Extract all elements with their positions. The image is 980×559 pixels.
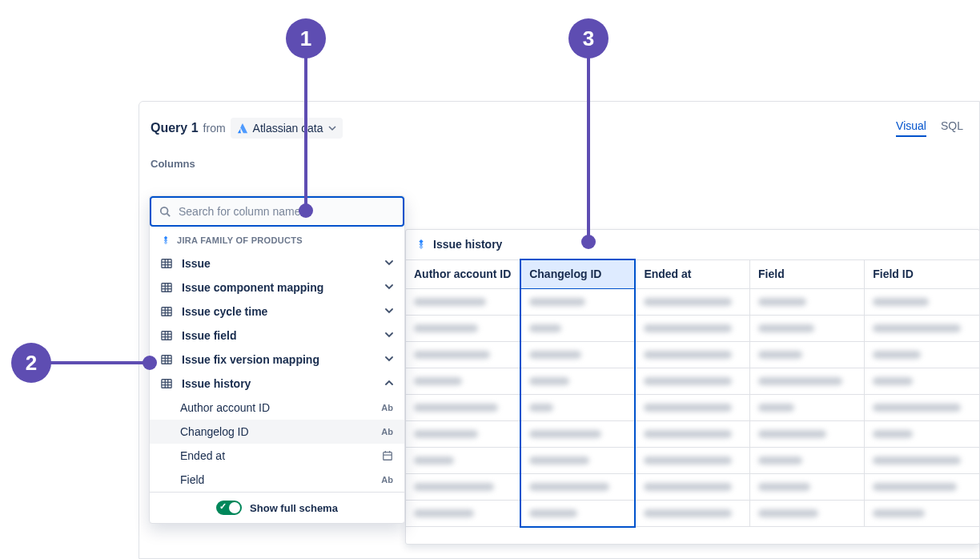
table-cell (635, 368, 749, 394)
table-cell (635, 288, 749, 315)
chevron-down-icon (385, 330, 393, 341)
preview-title-bar: Issue history (406, 230, 979, 259)
table-label: Issue cycle time (182, 305, 385, 318)
annotation-dot-2 (143, 356, 157, 370)
columns-section-label: Columns (139, 147, 979, 176)
table-cell (406, 288, 520, 315)
type-badge: Ab (381, 475, 393, 485)
table-label: Issue component mapping (182, 281, 385, 294)
table-cell (635, 315, 749, 341)
column-header[interactable]: Author account ID (406, 259, 520, 288)
table-item[interactable]: Issue (150, 251, 404, 275)
search-input[interactable] (177, 204, 395, 219)
show-schema-toggle[interactable]: ✓ (216, 501, 242, 515)
table-cell (520, 500, 635, 527)
column-label: Author account ID (180, 401, 381, 414)
annotation-line-2 (50, 361, 146, 364)
column-header[interactable]: Field (750, 259, 865, 288)
tab-sql[interactable]: SQL (941, 119, 963, 137)
table-row (406, 315, 979, 341)
chevron-down-icon (385, 282, 393, 293)
table-cell (406, 341, 520, 368)
calendar-icon (382, 450, 393, 461)
table-cell (520, 447, 635, 473)
table-cell (406, 315, 520, 341)
column-item[interactable]: FieldAb (150, 468, 404, 492)
table-cell (750, 447, 865, 473)
search-box[interactable] (150, 196, 404, 227)
tab-visual[interactable]: Visual (896, 119, 926, 137)
data-source-selector[interactable]: Atlassian data (231, 118, 343, 139)
table-cell (750, 500, 865, 527)
table-label: Issue history (182, 377, 385, 390)
preview-title-label: Issue history (433, 238, 502, 251)
table-cell (520, 288, 635, 315)
svg-rect-22 (162, 356, 171, 364)
table-item[interactable]: Issue field (150, 324, 404, 348)
svg-rect-12 (162, 308, 171, 316)
preview-panel: Issue history Author account IDChangelog… (405, 229, 980, 545)
table-icon (161, 258, 174, 269)
table-cell (750, 420, 865, 447)
column-label: Field (180, 473, 381, 486)
column-item[interactable]: Changelog IDAb (150, 420, 404, 444)
table-icon (161, 282, 174, 293)
table-cell (635, 473, 749, 500)
column-header[interactable]: Changelog ID (520, 259, 635, 288)
table-cell (865, 500, 979, 527)
tab-bar: Visual SQL (896, 119, 963, 137)
table-cell (750, 368, 865, 394)
popover-footer: ✓ Show full schema (150, 492, 404, 523)
table-item[interactable]: Issue history (150, 372, 404, 396)
table-cell (865, 341, 979, 368)
chevron-down-icon (385, 354, 393, 365)
table-cell (635, 420, 749, 447)
table-cell (750, 473, 865, 500)
annotation-line-1 (304, 56, 307, 204)
from-label: from (203, 122, 226, 135)
table-cell (865, 473, 979, 500)
column-item[interactable]: Author account IDAb (150, 396, 404, 420)
svg-rect-17 (162, 332, 171, 340)
table-row (406, 473, 979, 500)
column-label: Ended at (180, 449, 382, 462)
annotation-dot-1 (299, 203, 313, 218)
table-cell (520, 368, 635, 394)
table-cell (865, 420, 979, 447)
show-schema-label: Show full schema (250, 502, 338, 514)
chevron-down-icon (385, 306, 393, 317)
table-cell (865, 315, 979, 341)
table-item[interactable]: Issue cycle time (150, 300, 404, 324)
svg-rect-7 (162, 284, 171, 292)
table-icon (161, 354, 174, 365)
table-label: Issue (182, 257, 385, 270)
column-header[interactable]: Field ID (865, 259, 979, 288)
panel-header: Query 1 from Atlassian data Visual SQL (139, 102, 979, 147)
table-item[interactable]: Issue component mapping (150, 275, 404, 300)
table-icon (161, 330, 174, 341)
table-row (406, 447, 979, 473)
table-cell (406, 368, 520, 394)
table-label: Issue fix version mapping (182, 353, 385, 366)
table-cell (635, 341, 749, 368)
table-cell (750, 288, 865, 315)
table-cell (406, 473, 520, 500)
svg-rect-2 (162, 259, 171, 268)
table-row (406, 288, 979, 315)
chevron-down-icon (385, 258, 393, 269)
table-item[interactable]: Issue fix version mapping (150, 348, 404, 372)
annotation-dot-3 (581, 235, 596, 249)
column-item[interactable]: Ended at (150, 444, 404, 468)
annotation-marker-3: 3 (568, 18, 608, 58)
query-title: Query 1 (151, 121, 199, 135)
jira-icon (416, 239, 427, 250)
table-cell (865, 288, 979, 315)
table-cell (865, 394, 979, 420)
svg-rect-27 (162, 380, 171, 388)
column-header[interactable]: Ended at (635, 259, 749, 288)
table-row (406, 500, 979, 527)
atlassian-icon (237, 123, 248, 134)
type-badge: Ab (381, 427, 393, 436)
chevron-down-icon (328, 122, 336, 135)
table-cell (406, 447, 520, 473)
